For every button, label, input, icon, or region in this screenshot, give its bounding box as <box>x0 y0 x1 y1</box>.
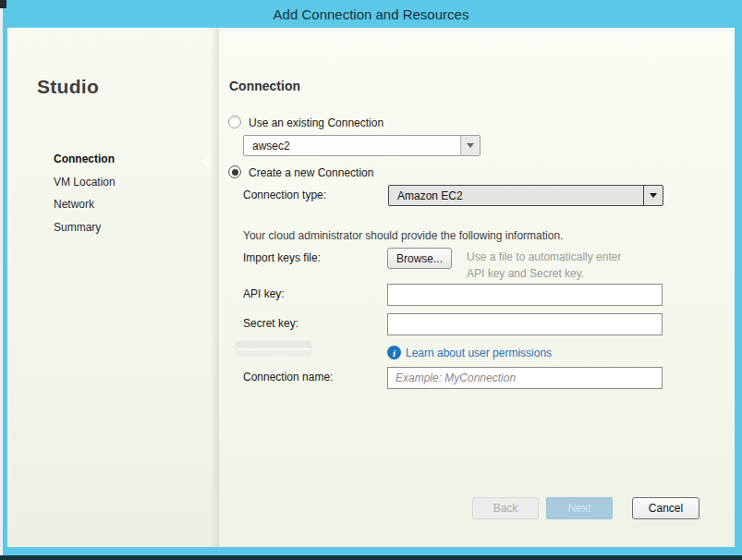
api-key-input[interactable] <box>387 284 663 306</box>
connection-type-label: Connection type: <box>243 189 326 201</box>
admin-note: Your cloud administrator should provide … <box>243 229 563 242</box>
radio-create-new-connection[interactable] <box>228 165 241 178</box>
page-title: Connection <box>229 79 300 93</box>
import-keys-hint-line1: Use a file to automatically enter <box>467 250 621 263</box>
title-bar: Add Connection and Resources <box>0 0 742 28</box>
chevron-down-icon <box>467 143 474 148</box>
radio-create-new-label: Create a new Connection <box>249 166 373 179</box>
sidebar-item-connection[interactable]: Connection <box>54 152 115 165</box>
existing-connection-dropdown[interactable]: awsec2 <box>243 135 480 156</box>
import-keys-label: Import keys file: <box>243 251 321 264</box>
next-button[interactable]: Next <box>546 497 613 519</box>
window-left-edge <box>0 8 3 555</box>
back-button[interactable]: Back <box>472 497 539 519</box>
sidebar-item-network[interactable]: Network <box>54 198 94 211</box>
dialog-panel: Studio Connection VM Location Network Su… <box>7 28 735 547</box>
window-bottom-edge <box>0 555 742 560</box>
active-step-arrow <box>201 152 211 170</box>
browse-button[interactable]: Browse... <box>387 248 452 269</box>
window-title: Add Connection and Resources <box>274 6 469 22</box>
connection-type-dropdown[interactable]: Amazon EC2 <box>388 185 663 206</box>
cancel-button[interactable]: Cancel <box>632 497 699 519</box>
api-key-label: API key: <box>243 287 285 300</box>
sidebar-item-summary[interactable]: Summary <box>54 221 101 234</box>
window-corner-notch <box>0 0 6 8</box>
info-icon: i <box>387 346 401 359</box>
wizard-sidebar: Studio Connection VM Location Network Su… <box>7 28 219 547</box>
secret-key-input[interactable] <box>387 313 663 335</box>
redacted-label <box>236 341 311 357</box>
connection-name-label: Connection name: <box>243 371 333 383</box>
secret-key-label: Secret key: <box>243 317 298 330</box>
radio-use-existing-connection[interactable] <box>228 116 241 128</box>
chevron-down-icon <box>650 193 657 198</box>
import-keys-hint-line2: API key and Secret key. <box>467 267 584 280</box>
studio-brand: Studio <box>37 76 99 98</box>
dropdown-arrow-button[interactable] <box>460 136 480 155</box>
connection-name-input[interactable] <box>387 367 663 389</box>
learn-permissions-link[interactable]: Learn about user permissions <box>406 347 552 359</box>
dropdown-arrow-button[interactable] <box>643 186 663 205</box>
existing-connection-value: awsec2 <box>244 140 460 152</box>
radio-dot <box>232 119 238 126</box>
connection-type-value: Amazon EC2 <box>389 189 643 202</box>
radio-use-existing-label: Use an existing Connection <box>249 116 383 129</box>
radio-dot <box>232 169 238 176</box>
sidebar-item-vm-location[interactable]: VM Location <box>54 176 116 189</box>
